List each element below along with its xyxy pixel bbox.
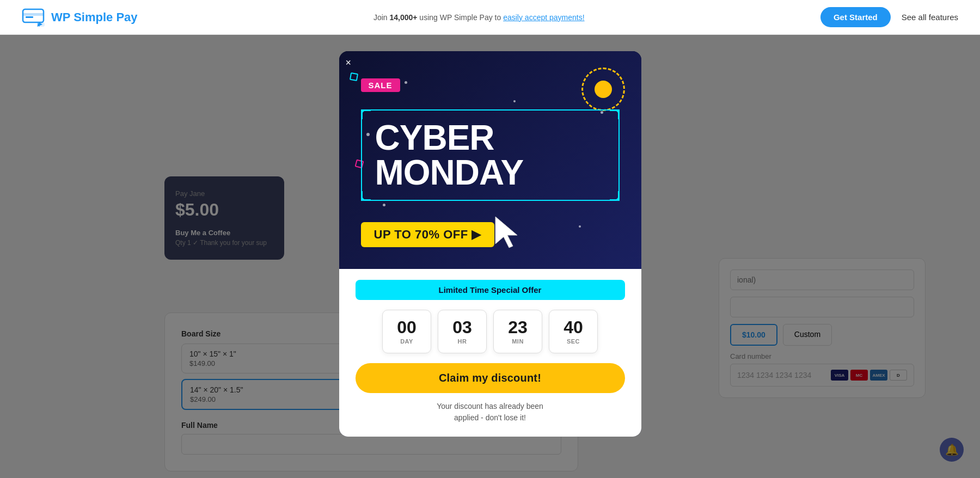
bracket-tr — [610, 109, 620, 119]
discount-applied-text: Your discount has already been applied -… — [356, 401, 625, 424]
modal-close-button[interactable]: × — [346, 58, 352, 68]
countdown-hr-label: HR — [458, 338, 467, 345]
countdown-day-label: DAY — [400, 338, 413, 345]
modal: × — [339, 51, 641, 437]
discount-row: UP TO 70% OFF ▶ — [361, 209, 620, 252]
float-square-1 — [349, 72, 358, 81]
cyber-line2: MONDAY — [375, 155, 605, 190]
svg-marker-4 — [495, 217, 517, 248]
header-tagline: Join 14,000+ using WP Simple Pay to easi… — [373, 13, 585, 22]
logo-text: WP Simple Pay — [51, 10, 138, 24]
discount-band: UP TO 70% OFF ▶ — [361, 222, 494, 247]
cyber-box: CYBER MONDAY — [361, 109, 620, 201]
cyber-monday-container: SALE CYBER MONDAY UP TO 70% OFF ▶ — [361, 78, 620, 252]
see-all-features-link[interactable]: See all features — [902, 13, 958, 22]
countdown-min-label: MIN — [512, 338, 524, 345]
countdown-min: 23 MIN — [493, 310, 542, 353]
logo: WP Simple Pay — [22, 8, 138, 27]
get-started-button[interactable]: Get Started — [820, 7, 891, 27]
bracket-bl — [361, 191, 371, 201]
countdown: 00 DAY 03 HR 23 MIN 40 SEC — [356, 310, 625, 353]
header: WP Simple Pay Join 14,000+ using WP Simp… — [0, 0, 980, 35]
modal-hero: SALE CYBER MONDAY UP TO 70% OFF ▶ — [339, 51, 641, 269]
countdown-sec-label: SEC — [567, 338, 580, 345]
logo-icon — [22, 8, 46, 27]
countdown-day-value: 00 — [397, 318, 416, 336]
countdown-hr: 03 HR — [438, 310, 487, 353]
cursor-icon — [490, 214, 528, 252]
countdown-day: 00 DAY — [382, 310, 431, 353]
header-right: Get Started See all features — [820, 7, 958, 27]
cyber-line1: CYBER — [375, 120, 605, 155]
page-background: Pay Jane $5.00 Buy Me a Coffee Qty 1 ✓ T… — [0, 35, 980, 478]
bracket-br — [610, 191, 620, 201]
limited-offer-banner: Limited Time Special Offer — [356, 280, 625, 300]
sale-badge: SALE — [361, 78, 400, 92]
countdown-sec: 40 SEC — [549, 310, 598, 353]
countdown-sec-value: 40 — [564, 318, 583, 336]
tagline-link[interactable]: easily accept payments! — [503, 13, 584, 22]
svg-rect-1 — [23, 13, 44, 16]
modal-bottom: Limited Time Special Offer 00 DAY 03 HR … — [339, 269, 641, 437]
countdown-min-value: 23 — [508, 318, 528, 336]
bracket-tl — [361, 109, 371, 119]
modal-overlay: × — [0, 35, 980, 478]
countdown-hr-value: 03 — [452, 318, 472, 336]
svg-rect-2 — [26, 16, 33, 18]
claim-discount-button[interactable]: Claim my discount! — [356, 363, 625, 393]
